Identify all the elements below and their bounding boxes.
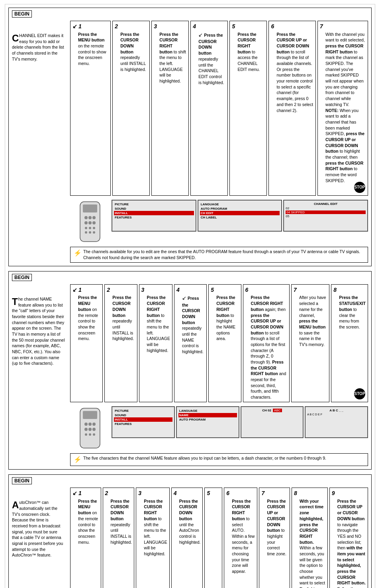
svg-point-18 [84,428,88,431]
step-content-3-6: Press the CURSOR RIGHT button to select … [226,498,255,574]
step-content-2-2: Press the CURSOR DOWN button repeatedly … [107,294,135,342]
tv-screen-2-1: PICTURE SOUND INSTALL FEATURES [112,406,175,438]
step-num-3-5: 5 [207,490,210,496]
step-3-8: 8 With your correct time zone highlighte… [292,488,328,588]
step-3-6: 6 Press the CURSOR RIGHT button to selec… [224,488,257,588]
svg-point-23 [89,433,91,436]
note-icon-2: ⚡ [74,455,82,464]
step-2-4: 4 ↙ Press the CURSOR DOWN button repeate… [174,284,207,402]
step-2-7: 7 After you have selected a name for the… [291,284,329,402]
tv-screen-2-3: CH 02 ABC [241,406,304,438]
step-num-3-9: 9 [332,490,335,496]
step-num-1-4: 4 [193,23,196,29]
intro-text-1: HANNEL EDIT makes it easy for you to add… [12,33,64,61]
dropcap-2: T [12,297,18,307]
step-content-2-1: Press the MENU button on the remote cont… [72,294,100,342]
step-content-1-2: Press the CURSOR DOWN button repeatedly … [115,31,147,73]
ch-name-display: CH 02 ABC [243,409,302,412]
step-3-3: 3 Press the CURSOR RIGHT button to shift… [136,488,169,588]
svg-point-16 [84,423,88,426]
menu-item-install: INSTALL [114,211,194,215]
step-1-1: ↙ 1 Press the MENU button on the remote … [70,21,111,196]
step-content-3-2: Press the CURSOR DOWN button repeatedly … [105,498,132,545]
note-text-2: The five characters that the channel NAM… [83,455,326,461]
name-letters: A B C _ _ [307,409,366,412]
ch-num-display: CH 02 [262,409,271,412]
menu-item-1: PICTURE [114,202,194,206]
image-row-2: PICTURE SOUND INSTALL FEATURES LANGUAGE … [70,406,368,450]
step-num-2-8: 8 [333,287,337,293]
step-num-1-1: 1 [78,23,82,29]
step-content-3-5 [207,498,220,504]
step-content-1-3: Press the CURSOR RIGHT button to shift t… [154,31,186,84]
menu-item-autopgm: AUTO PROGRAM [200,206,280,211]
stop-badge-1: STOP [354,182,365,193]
section-channel-edit: BEGIN C HANNEL EDIT makes it easy for yo… [8,8,372,266]
cursor-icon-1-4: ↙ [198,31,203,39]
section-autochron: BEGIN A utoChron™ can automatically set … [8,474,372,588]
step-num-2-5: 5 [211,287,214,293]
tv-screen-1-1: PICTURE SOUND INSTALL FEATURES [112,200,196,232]
ch-list: 02 04 SKIPPED 05 [286,206,366,218]
svg-point-4 [84,221,88,224]
page-container: BEGIN C HANNEL EDIT makes it easy for yo… [5,4,375,588]
svg-point-10 [93,227,95,229]
step-content-3-1: Press the MENU button on the remote cont… [72,498,99,545]
begin-badge-3: BEGIN [12,477,32,484]
step-num-2-1: 1 [78,287,82,293]
step-num-3-8: 8 [294,490,297,496]
step-num-3-2: 2 [105,490,108,496]
svg-point-7 [88,221,92,224]
step-2-6: 6 Press the CURSOR RIGHT button again; t… [243,284,290,402]
step-3-7: 7 Press the CURSOR UP or CURSOR DOWN but… [259,488,290,588]
svg-point-2 [84,216,88,219]
step-2-1: ↙ 1 Press the MENU button on the remote … [70,284,103,402]
intro-panel-1: C HANNEL EDIT makes it easy for you to a… [12,21,68,263]
menu-item-2-features: FEATURES [114,422,172,426]
intro-panel-2: T he channel NAME feature allows you to … [12,284,68,466]
menu-item-language: LANGUAGE [200,202,280,206]
step-num-2-7: 7 [294,287,297,293]
begin-badge-1: BEGIN [12,10,32,18]
menu-item-2-2: SOUND [114,413,172,417]
step-num-3-6: 6 [226,490,229,496]
step-content-1-4: ↙ Press the CURSOR DOWN button repeatedl… [193,31,225,86]
ch-2: 02 [286,206,366,210]
step-arrow-3-1: ↙ [72,490,77,498]
svg-point-22 [85,433,87,436]
begin-badge-2: BEGIN [12,274,32,281]
step-1-3: 3 Press the CURSOR RIGHT button to shift… [151,21,189,196]
ch-edit-title: CHANNEL EDIT [286,202,366,206]
steps-row-3: ↙ 1 Press the MENU button on the remote … [70,488,368,588]
section-channel-name: BEGIN T he channel NAME feature allows y… [8,271,372,470]
remote-img-1 [70,200,110,244]
step-content-2-3: Press the CURSOR RIGHT button to shift t… [141,294,170,353]
tv-screen-2-2: LANGUAGE NAME AUTO PROGRAM [176,406,239,438]
menu-item-chlabel: CH LABEL [200,215,280,220]
step-content-3-8: With your correct time zone highlighted,… [294,498,325,588]
menu-item-2-name: NAME [178,413,237,417]
section2-layout: T he channel NAME feature allows you to … [12,284,368,466]
step-num-1-6: 6 [271,23,274,29]
step-num-1-5: 5 [232,23,235,29]
svg-point-13 [93,231,95,234]
step-1-5: 5 Press the CURSOR RIGHT button to acces… [229,21,267,196]
step-2-3: 3 Press the CURSOR RIGHT button to shift… [139,284,172,402]
step-2-2: 2 Press the CURSOR DOWN button repeatedl… [104,284,137,402]
step-3-2: 2 Press the CURSOR DOWN button repeatedl… [103,488,135,588]
steps-row-1: ↙ 1 Press the MENU button on the remote … [70,21,368,196]
menu-item-features: FEATURES [114,215,194,220]
step-num-3-3: 3 [138,490,141,496]
step-3-5: 5 [204,488,222,588]
step-arrow-2-1: ↙ [72,286,77,294]
svg-point-5 [92,221,96,224]
step-content-3-7: Press the CURSOR UP or CURSOR DOWN butto… [261,498,288,557]
steps-area-1: ↙ 1 Press the MENU button on the remote … [70,21,368,263]
menu-item-2-install: INSTALL [114,417,172,422]
name-chars: A B C D E F [307,413,366,416]
step-num-2-4: 4 [176,287,180,293]
step-content-1-1: Press the MENU button on the remote cont… [72,31,108,67]
step-num-1-7: 7 [320,23,323,29]
svg-point-17 [92,423,96,426]
section3-layout: A utoChron™ can automatically set the TV… [12,488,368,588]
